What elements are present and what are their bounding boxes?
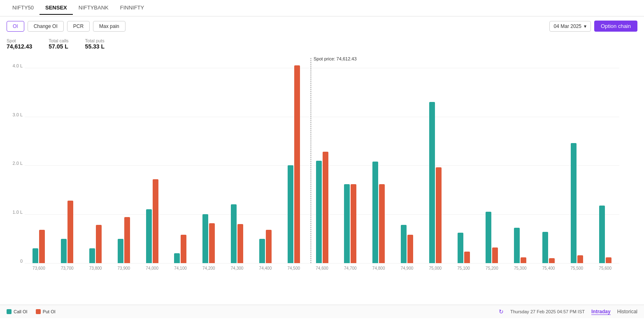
bar-group [365, 58, 393, 263]
put-bar [67, 201, 73, 263]
call-oi-legend: Call OI [7, 309, 28, 314]
call-bar [288, 165, 293, 263]
grid-line: 0 [25, 263, 619, 264]
call-bar [316, 161, 322, 264]
bar-group [25, 58, 53, 263]
tab-niftybank[interactable]: NIFTYBANK [73, 1, 114, 15]
bars-wrapper [25, 58, 619, 263]
call-bar [429, 102, 435, 263]
date-label: 04 Mar 2025 [554, 23, 581, 29]
put-bar [153, 179, 158, 263]
y-axis-label: 3.0 L [4, 112, 23, 117]
y-axis-label: 2.0 L [4, 161, 23, 166]
put-bar [521, 257, 526, 263]
spot-label: Spot [7, 38, 32, 43]
call-bar [401, 225, 407, 263]
put-oi-legend: Put OI [36, 309, 56, 314]
bar-group [421, 58, 449, 263]
call-bar [372, 162, 378, 263]
call-bar [146, 209, 152, 263]
chart-container: 01.0 L2.0 L3.0 L4.0 L Spot price: 74,612… [0, 54, 644, 305]
put-bar [379, 184, 385, 263]
historical-tab[interactable]: Historical [617, 309, 637, 314]
tab-finnifty[interactable]: FINNIFTY [114, 1, 150, 15]
x-axis-label: 75,300 [506, 266, 535, 271]
bar-group [195, 58, 223, 263]
call-bar [33, 248, 38, 263]
footer: Call OI Put OI ↻ Thursday 27 Feb 2025 04… [0, 305, 644, 318]
option-chain-button[interactable]: Option chain [594, 21, 637, 32]
put-oi-dot [36, 309, 41, 314]
bar-group [308, 58, 336, 263]
bar-group [109, 58, 138, 263]
toolbar: OI Change OI PCR Max pain 04 Mar 2025 ▾ … [0, 16, 644, 36]
tab-nifty50[interactable]: NIFTY50 [7, 1, 40, 15]
spot-value: 74,612.43 [7, 43, 32, 50]
x-axis-label: 74,300 [223, 266, 251, 271]
bar-group [53, 58, 81, 263]
change-oi-button[interactable]: Change OI [28, 21, 64, 32]
put-bar [39, 230, 45, 263]
bar-group [478, 58, 506, 263]
bar-group [138, 58, 166, 263]
refresh-icon: ↻ [499, 308, 504, 315]
bar-group [591, 58, 619, 263]
call-bar [118, 239, 123, 263]
bar-group [535, 58, 563, 263]
total-calls-stat: Total calls 57.05 L [49, 38, 68, 50]
bar-group [81, 58, 110, 263]
x-axis: 73,60073,70073,80073,90074,00074,10074,2… [25, 266, 619, 271]
y-axis-label: 4.0 L [4, 63, 23, 68]
x-axis-label: 75,500 [563, 266, 591, 271]
call-oi-dot [7, 309, 12, 314]
x-axis-label: 73,700 [53, 266, 81, 271]
pcr-button[interactable]: PCR [67, 21, 90, 32]
call-bar [458, 233, 463, 263]
put-bar [237, 224, 243, 263]
bar-group [506, 58, 535, 263]
put-bar [209, 223, 215, 263]
bar-group [393, 58, 421, 263]
x-axis-label: 73,800 [81, 266, 110, 271]
x-axis-label: 74,500 [279, 266, 308, 271]
put-bar [492, 247, 498, 263]
put-bar [407, 235, 413, 263]
bar-group [223, 58, 251, 263]
put-bar [124, 217, 130, 263]
put-bar [323, 152, 328, 263]
call-bar [514, 228, 520, 263]
chevron-down-icon: ▾ [584, 23, 586, 29]
bar-group [279, 58, 308, 263]
bar-group [166, 58, 195, 263]
date-selector[interactable]: 04 Mar 2025 ▾ [549, 21, 591, 32]
bar-group [449, 58, 478, 263]
call-bar [571, 143, 577, 263]
chart-area: 01.0 L2.0 L3.0 L4.0 L Spot price: 74,612… [25, 58, 619, 264]
x-axis-label: 74,700 [336, 266, 365, 271]
x-axis-label: 73,900 [109, 266, 138, 271]
x-axis-label: 74,200 [195, 266, 223, 271]
bar-group [563, 58, 591, 263]
x-axis-label: 75,600 [591, 266, 619, 271]
x-axis-label: 74,900 [393, 266, 421, 271]
x-axis-label: 75,100 [449, 266, 478, 271]
put-bar [181, 235, 186, 263]
x-axis-label: 73,600 [25, 266, 53, 271]
max-pain-button[interactable]: Max pain [93, 21, 126, 32]
put-bar [96, 225, 102, 263]
x-axis-label: 75,400 [535, 266, 563, 271]
call-bar [259, 239, 265, 263]
call-bar [89, 248, 95, 263]
oi-button[interactable]: OI [7, 21, 24, 32]
y-axis-label: 1.0 L [4, 210, 23, 215]
intraday-tab[interactable]: Intraday [591, 309, 611, 315]
x-axis-label: 74,600 [308, 266, 336, 271]
call-bar [344, 184, 350, 263]
put-bar [606, 257, 611, 263]
refresh-timestamp: Thursday 27 Feb 2025 04:57 PM IST [510, 309, 585, 314]
total-puts-label: Total puts [85, 38, 105, 43]
call-oi-label: Call OI [14, 309, 28, 314]
total-calls-value: 57.05 L [49, 43, 68, 50]
x-axis-label: 74,400 [251, 266, 280, 271]
tab-sensex[interactable]: SENSEX [40, 1, 73, 15]
